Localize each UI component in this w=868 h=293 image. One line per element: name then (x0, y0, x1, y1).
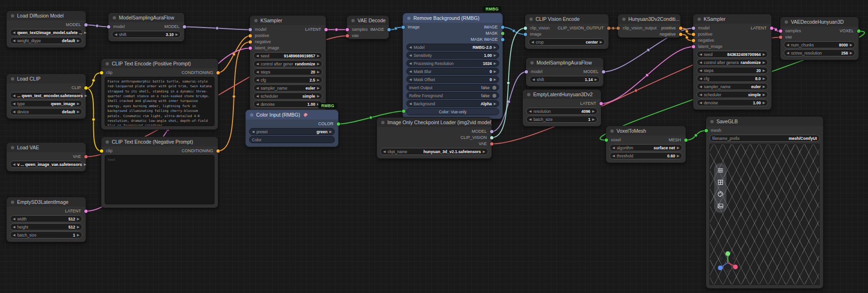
collapse-dot-icon[interactable] (610, 129, 614, 133)
widget-height[interactable]: ◀height512▶ (10, 223, 82, 230)
widget-type[interactable]: ◀typeqwen_image▶ (10, 100, 82, 107)
collapse-dot-icon[interactable] (11, 201, 14, 204)
increment-arrow-icon[interactable]: ▶ (77, 224, 80, 230)
widget-cfg[interactable]: ◀cfg8.0▶ (697, 75, 768, 82)
increment-arrow-icon[interactable]: ▶ (494, 101, 496, 107)
widget-steps[interactable]: ◀steps20▶ (697, 67, 768, 74)
increment-arrow-icon[interactable]: ▶ (77, 101, 80, 107)
increment-arrow-icon[interactable]: ▶ (494, 76, 496, 82)
palette-icon[interactable] (716, 190, 724, 198)
collapse-dot-icon[interactable] (11, 77, 14, 81)
3d-preview[interactable] (709, 144, 820, 285)
widget-device[interactable]: ◀devicedefault▶ (10, 108, 82, 115)
port-MODEL[interactable] (84, 23, 88, 27)
collapse-dot-icon[interactable] (529, 18, 533, 21)
port-negative[interactable] (692, 39, 695, 42)
port-VOXEL[interactable] (857, 29, 860, 33)
node-title-bar[interactable]: CLIP Vision Encode (525, 14, 608, 24)
widget-filename-prefix[interactable]: filename_prefixmesh/ComfyUI (709, 135, 820, 142)
port-VAE[interactable] (490, 142, 493, 146)
port-MESH[interactable] (684, 138, 688, 142)
port-positive[interactable] (692, 33, 695, 36)
node-title-bar[interactable]: CLIP Text Encode (Negative Prompt) (101, 137, 218, 146)
decrement-arrow-icon[interactable]: ◀ (529, 116, 531, 122)
decrement-arrow-icon[interactable]: ◀ (256, 69, 259, 75)
port-CLIP_VISION_OUTPUT[interactable] (607, 27, 610, 30)
node-title-bar[interactable]: Image Only Checkpoint Loader (img2vid mo… (377, 118, 492, 127)
port-LATENT[interactable] (84, 210, 88, 213)
increment-arrow-icon[interactable]: ▶ (763, 83, 765, 90)
decrement-arrow-icon[interactable]: ◀ (699, 100, 702, 106)
widget-denoise[interactable]: ◀denoise1.00▶ (697, 99, 768, 106)
widget-ckpt-name[interactable]: ◀ckpt_namehunyuan_3d_v2.1.safetensors▶ (380, 148, 488, 155)
widget-shift[interactable]: ◀shift3.10▶ (112, 31, 181, 38)
port-model[interactable] (525, 70, 528, 73)
widget-weight-dtype[interactable]: ◀weight_dtypedefault▶ (10, 37, 82, 44)
widget-invert-output[interactable]: Invert Outputfalse (406, 84, 499, 91)
port-Image[interactable] (402, 26, 405, 29)
widget-color[interactable]: Color (249, 136, 335, 143)
port-clip_vision[interactable] (524, 27, 527, 30)
increment-arrow-icon[interactable]: ▶ (84, 29, 86, 36)
grid-icon[interactable] (716, 178, 724, 186)
port-samples[interactable] (779, 29, 782, 33)
port-mesh[interactable] (705, 129, 708, 132)
image-icon[interactable] (716, 202, 724, 210)
node-title-bar[interactable]: Hunyuan3Dv2Conditi... (618, 14, 680, 24)
port-image[interactable] (524, 33, 527, 36)
decrement-arrow-icon[interactable]: ◀ (699, 92, 702, 98)
increment-arrow-icon[interactable]: ▶ (595, 76, 597, 82)
decrement-arrow-icon[interactable]: ◀ (252, 128, 254, 135)
prompt-textarea[interactable]: Fierce anthropomorphic battle turtle, sa… (105, 77, 215, 126)
collapse-dot-icon[interactable] (785, 20, 788, 24)
port-MODEL[interactable] (490, 130, 493, 133)
increment-arrow-icon[interactable]: ▶ (763, 51, 765, 57)
widget-seed[interactable]: ◀seed843632409700964▶ (697, 51, 768, 58)
collapse-dot-icon[interactable] (710, 120, 714, 123)
widget-sampler-name[interactable]: ◀sampler_nameeuler▶ (697, 83, 768, 90)
node-title-bar[interactable]: Load CLIP (7, 74, 86, 83)
port-model[interactable] (107, 25, 110, 28)
widget-batch-size[interactable]: ◀batch_size1▶ (10, 231, 82, 238)
widget-control-after-generate[interactable]: ◀control after generaterandomize▶ (253, 60, 322, 67)
decrement-arrow-icon[interactable]: ◀ (256, 101, 259, 107)
decrement-arrow-icon[interactable]: ◀ (529, 108, 531, 114)
port-COLOR[interactable] (337, 122, 340, 126)
increment-arrow-icon[interactable]: ▶ (77, 109, 80, 115)
node-title-bar[interactable]: ModelSamplingAuraFlow (526, 58, 603, 67)
decrement-arrow-icon[interactable]: ◀ (787, 42, 789, 48)
increment-arrow-icon[interactable]: ▶ (330, 128, 332, 135)
widget-cfg[interactable]: ◀cfg2.5▶ (253, 76, 322, 83)
decrement-arrow-icon[interactable]: ◀ (699, 51, 702, 57)
port-latent_image[interactable] (692, 45, 695, 48)
port-LATENT[interactable] (324, 28, 328, 31)
widget-mask-offset[interactable]: ◀Mask Offset0▶ (406, 76, 499, 83)
increment-arrow-icon[interactable]: ▶ (317, 93, 320, 99)
increment-arrow-icon[interactable]: ▶ (317, 53, 320, 59)
increment-arrow-icon[interactable]: ▶ (850, 50, 852, 56)
node-title-bar[interactable]: Color Input (RMBG) (246, 110, 338, 119)
decrement-arrow-icon[interactable]: ◀ (699, 75, 702, 82)
increment-arrow-icon[interactable]: ▶ (483, 148, 485, 155)
widget-crop[interactable]: ◀cropcenter▶ (528, 38, 605, 46)
widget-algorithm[interactable]: ◀algorithmsurface net▶ (609, 144, 682, 151)
collapse-dot-icon[interactable] (381, 121, 385, 124)
decrement-arrow-icon[interactable]: ◀ (256, 61, 259, 67)
node-title-bar[interactable]: Load VAE (7, 143, 86, 152)
port-CLIP_VISION[interactable] (490, 136, 493, 139)
port-negative[interactable] (679, 33, 682, 36)
increment-arrow-icon[interactable]: ▶ (592, 108, 595, 114)
port-latent_image[interactable] (249, 46, 252, 50)
collapse-dot-icon[interactable] (11, 14, 14, 18)
collapse-dot-icon[interactable] (254, 19, 258, 22)
collapse-dot-icon[interactable] (527, 93, 530, 96)
node-title-bar[interactable]: VAE Decode (347, 16, 389, 25)
port-vae[interactable] (346, 34, 349, 37)
node-title-bar[interactable]: EmptySD3LatentImage (7, 197, 86, 207)
decrement-arrow-icon[interactable]: ◀ (383, 148, 385, 155)
port-MASK[interactable] (501, 32, 504, 35)
increment-arrow-icon[interactable]: ▶ (317, 77, 320, 83)
widget-shift[interactable]: ◀shift1.14▶ (529, 76, 600, 83)
collapse-dot-icon[interactable] (622, 18, 626, 21)
increment-arrow-icon[interactable]: ▶ (763, 100, 765, 106)
